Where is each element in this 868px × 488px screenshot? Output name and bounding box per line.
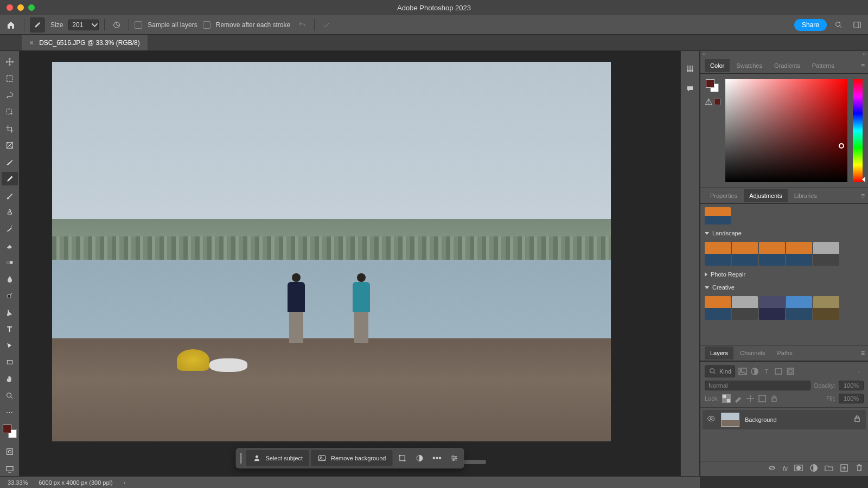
tab-layers[interactable]: Layers (705, 346, 733, 359)
hue-slider-thumb[interactable] (862, 177, 865, 182)
tab-paths[interactable]: Paths (772, 346, 798, 359)
rectangular-marquee-tool[interactable] (2, 72, 18, 86)
tab-color[interactable]: Color (705, 59, 730, 72)
preset-creative-3[interactable] (759, 296, 785, 320)
object-selection-tool[interactable] (2, 105, 18, 119)
canvas-area[interactable]: Select subject Remove background ••• (20, 51, 680, 476)
blur-tool[interactable] (2, 272, 18, 286)
tab-adjustments[interactable]: Adjustments (744, 189, 788, 202)
new-group-icon[interactable] (825, 464, 833, 474)
brushes-panel-icon[interactable] (684, 62, 697, 75)
preset-creative-4[interactable] (786, 296, 812, 320)
home-button[interactable] (3, 17, 18, 33)
transform-button[interactable] (395, 451, 410, 466)
layer-lock-indicator[interactable] (853, 414, 861, 425)
brush-angle-button[interactable] (110, 18, 123, 31)
history-brush-tool[interactable] (2, 222, 18, 236)
preset-thumbnail[interactable] (705, 207, 731, 224)
brush-size-input[interactable] (68, 20, 91, 30)
out-of-gamut-warning[interactable]: ⚠ (705, 97, 720, 107)
tab-gradients[interactable]: Gradients (769, 59, 806, 72)
lock-paint-icon[interactable] (734, 394, 743, 403)
task-bar-settings-button[interactable] (447, 451, 462, 466)
frame-tool[interactable] (2, 139, 18, 152)
fill-input[interactable]: 100% (839, 394, 864, 403)
crop-tool[interactable] (2, 122, 18, 136)
filter-shape-icon[interactable] (774, 367, 783, 376)
color-panel-menu[interactable]: ≡ (861, 62, 865, 69)
quick-mask-button[interactable] (2, 445, 18, 459)
tab-properties[interactable]: Properties (705, 189, 743, 202)
preset-creative-2[interactable] (732, 296, 758, 320)
select-subject-button[interactable]: Select subject (246, 450, 309, 466)
layer-name[interactable]: Background (745, 416, 777, 423)
tab-swatches[interactable]: Swatches (731, 59, 768, 72)
document-dimensions[interactable]: 6000 px x 4000 px (300 ppi) (39, 479, 112, 486)
section-landscape[interactable]: Landscape (705, 227, 864, 240)
layer-style-icon[interactable]: fx (783, 465, 788, 473)
document-canvas[interactable] (52, 62, 611, 441)
filter-pixel-icon[interactable] (738, 367, 747, 376)
undo-remove-button[interactable] (296, 18, 309, 31)
lock-all-icon[interactable] (770, 394, 778, 403)
share-button[interactable]: Share (794, 19, 827, 31)
preset-landscape-1[interactable] (705, 242, 731, 266)
blend-mode-dropdown[interactable]: Normal (705, 381, 810, 390)
filter-type-icon[interactable]: T (762, 367, 771, 376)
delete-layer-icon[interactable] (855, 464, 864, 474)
brush-size-dropdown[interactable] (91, 20, 99, 30)
path-selection-tool[interactable] (2, 339, 18, 352)
commit-button[interactable] (320, 18, 333, 31)
comments-panel-icon[interactable] (684, 82, 697, 95)
filter-smart-icon[interactable] (786, 367, 795, 376)
gradient-tool[interactable] (2, 255, 18, 269)
hand-tool[interactable] (2, 373, 18, 386)
layer-visibility-toggle[interactable] (707, 414, 716, 425)
foreground-color-swatch[interactable] (3, 425, 11, 433)
opacity-input[interactable]: 100% (839, 381, 864, 390)
layers-panel-menu[interactable]: ≡ (861, 349, 865, 357)
workspace-switcher[interactable] (851, 18, 864, 31)
tab-patterns[interactable]: Patterns (807, 59, 840, 72)
lock-position-icon[interactable] (746, 394, 755, 403)
eraser-tool[interactable] (2, 239, 18, 253)
maximize-window-icon[interactable] (28, 4, 35, 11)
drag-handle[interactable] (240, 453, 242, 464)
link-layers-icon[interactable] (768, 464, 776, 474)
fgbg-swatches[interactable] (706, 79, 719, 92)
more-actions-button[interactable]: ••• (430, 451, 445, 466)
pen-tool[interactable] (2, 306, 18, 319)
preset-creative-5[interactable] (813, 296, 839, 320)
type-tool[interactable]: T (2, 323, 18, 336)
lock-artboard-icon[interactable] (758, 394, 767, 403)
color-field[interactable] (725, 79, 847, 182)
edit-toolbar-button[interactable]: ⋯ (2, 406, 18, 419)
dodge-tool[interactable] (2, 289, 18, 303)
minimize-window-icon[interactable] (17, 4, 24, 11)
current-tool-icon[interactable] (30, 17, 45, 33)
section-creative[interactable]: Creative (705, 281, 864, 294)
collapse-right-icon[interactable]: ›› (863, 52, 866, 57)
layer-row-background[interactable]: Background (703, 410, 866, 429)
preset-landscape-5[interactable] (813, 242, 839, 266)
eyedropper-tool[interactable] (2, 156, 18, 169)
layer-mask-icon[interactable] (794, 464, 803, 474)
adjustments-panel-menu[interactable]: ≡ (861, 192, 865, 200)
preset-landscape-3[interactable] (759, 242, 785, 266)
tab-channels[interactable]: Channels (735, 346, 770, 359)
preset-creative-1[interactable] (705, 296, 731, 320)
brush-tool[interactable] (2, 189, 18, 202)
lasso-tool[interactable] (2, 89, 18, 102)
new-layer-icon[interactable] (840, 464, 848, 474)
zoom-tool[interactable] (2, 389, 18, 403)
move-tool[interactable] (2, 55, 18, 69)
new-adjustment-layer-icon[interactable] (809, 464, 818, 474)
close-tab-icon[interactable]: × (29, 38, 34, 47)
sample-all-layers-checkbox[interactable] (135, 21, 142, 29)
status-chevron-icon[interactable]: › (124, 479, 126, 486)
close-window-icon[interactable] (7, 4, 13, 11)
clone-stamp-tool[interactable] (2, 206, 18, 219)
zoom-level[interactable]: 33.33% (8, 479, 28, 486)
tab-libraries[interactable]: Libraries (789, 189, 822, 202)
rectangle-tool[interactable] (2, 356, 18, 369)
